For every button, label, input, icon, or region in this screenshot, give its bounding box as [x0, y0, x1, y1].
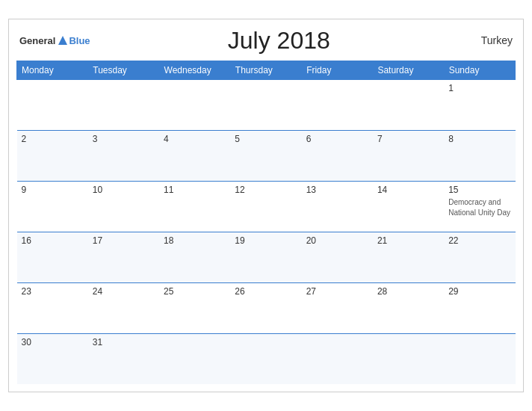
day-number: 17: [93, 235, 155, 246]
svg-marker-0: [58, 36, 67, 45]
calendar-cell: 1: [444, 79, 515, 130]
calendar-cell: 17: [88, 232, 159, 282]
logo-icon: [57, 34, 69, 46]
calendar-cell: [230, 333, 301, 384]
week-row-1: 2345678: [17, 130, 516, 181]
day-number: 23: [22, 286, 84, 297]
day-number: 31: [93, 337, 155, 347]
calendar-cell: [444, 333, 515, 384]
calendar-cell: 20: [302, 232, 373, 282]
day-number: 10: [93, 185, 155, 195]
week-row-4: 23242526272829: [17, 282, 516, 333]
day-header-sunday: Sunday: [444, 61, 515, 79]
day-number: 28: [377, 286, 439, 297]
calendar-cell: 21: [373, 232, 444, 282]
day-number: 29: [448, 286, 510, 297]
calendar-cell: 8: [444, 130, 515, 181]
week-row-2: 9101112131415Democracy and National Unit…: [17, 181, 516, 232]
day-number: 2: [22, 134, 84, 144]
logo-general-text: General: [19, 35, 55, 46]
calendar-cell: 2: [17, 130, 88, 181]
day-number: 18: [164, 235, 226, 246]
calendar-cell: 31: [88, 333, 159, 384]
calendar-cell: [159, 79, 230, 130]
calendar-cell: 22: [444, 232, 515, 282]
day-number: 7: [377, 134, 439, 144]
calendar-cell: 9: [17, 181, 88, 232]
header-row: MondayTuesdayWednesdayThursdayFridaySatu…: [17, 61, 516, 79]
day-number: 8: [448, 134, 510, 144]
day-number: 24: [93, 286, 155, 297]
day-number: 30: [22, 337, 84, 347]
week-row-5: 3031: [17, 333, 516, 384]
calendar-cell: 4: [159, 130, 230, 181]
calendar-cell: 10: [88, 181, 159, 232]
calendar-cell: 15Democracy and National Unity Day: [444, 181, 515, 232]
calendar-cell: [17, 79, 88, 130]
day-number: 1: [448, 83, 510, 93]
day-number: 21: [377, 235, 439, 246]
day-number: 13: [306, 185, 368, 195]
calendar-cell: [88, 79, 159, 130]
calendar-cell: 3: [88, 130, 159, 181]
day-number: 9: [22, 185, 84, 195]
calendar-cell: 25: [159, 282, 230, 333]
calendar-header: General Blue July 2018 Turkey: [16, 27, 516, 55]
day-number: 15: [448, 185, 510, 195]
calendar-cell: 7: [373, 130, 444, 181]
day-number: 19: [235, 235, 297, 246]
calendar-cell: [373, 79, 444, 130]
calendar-cell: 28: [373, 282, 444, 333]
week-row-3: 16171819202122: [17, 232, 516, 282]
calendar-cell: [230, 79, 301, 130]
calendar-cell: 27: [302, 282, 373, 333]
calendar-cell: [373, 333, 444, 384]
calendar-cell: 5: [230, 130, 301, 181]
day-header-monday: Monday: [17, 61, 88, 79]
calendar-wrapper: General Blue July 2018 Turkey MondayTues…: [8, 19, 524, 393]
calendar-cell: 6: [302, 130, 373, 181]
day-number: 16: [22, 235, 84, 246]
day-number: 11: [164, 185, 226, 195]
day-header-friday: Friday: [302, 61, 373, 79]
day-number: 25: [164, 286, 226, 297]
calendar-cell: 16: [17, 232, 88, 282]
event-text: Democracy and National Unity Day: [448, 198, 510, 217]
logo-blue-text: Blue: [69, 35, 90, 46]
day-header-saturday: Saturday: [373, 61, 444, 79]
week-row-0: 1: [17, 79, 516, 130]
day-number: 6: [306, 134, 368, 144]
country-label: Turkey: [468, 34, 513, 46]
calendar-grid: MondayTuesdayWednesdayThursdayFridaySatu…: [16, 61, 516, 385]
day-number: 4: [164, 134, 226, 144]
day-number: 14: [377, 185, 439, 195]
calendar-cell: [159, 333, 230, 384]
day-number: 27: [306, 286, 368, 297]
calendar-cell: 29: [444, 282, 515, 333]
calendar-cell: 23: [17, 282, 88, 333]
day-number: 26: [235, 286, 297, 297]
calendar-cell: 30: [17, 333, 88, 384]
day-header-thursday: Thursday: [230, 61, 301, 79]
day-number: 5: [235, 134, 297, 144]
calendar-cell: 18: [159, 232, 230, 282]
calendar-cell: 11: [159, 181, 230, 232]
calendar-cell: 13: [302, 181, 373, 232]
day-number: 3: [93, 134, 155, 144]
calendar-cell: 12: [230, 181, 301, 232]
calendar-cell: 24: [88, 282, 159, 333]
day-header-wednesday: Wednesday: [159, 61, 230, 79]
calendar-cell: 26: [230, 282, 301, 333]
day-number: 20: [306, 235, 368, 246]
day-number: 22: [448, 235, 510, 246]
calendar-cell: 19: [230, 232, 301, 282]
logo: General Blue: [19, 34, 90, 46]
day-number: 12: [235, 185, 297, 195]
calendar-cell: [302, 79, 373, 130]
calendar-cell: [302, 333, 373, 384]
day-header-tuesday: Tuesday: [88, 61, 159, 79]
calendar-title: July 2018: [90, 27, 468, 55]
calendar-cell: 14: [373, 181, 444, 232]
